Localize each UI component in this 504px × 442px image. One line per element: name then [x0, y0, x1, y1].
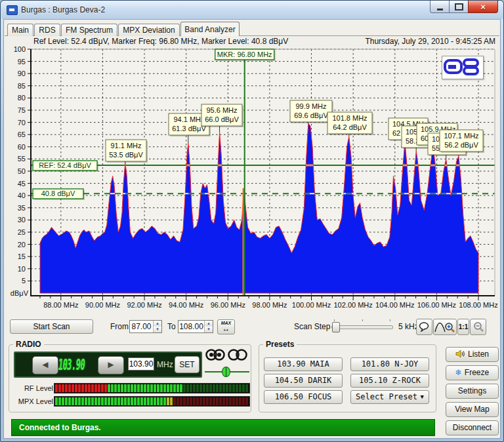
marker-balloon-button[interactable] [416, 319, 432, 335]
spin-down-icon[interactable]: ▼ [154, 327, 161, 332]
scan-step-label: Scan Step [294, 322, 330, 331]
view-map-button[interactable]: View Map [446, 402, 499, 417]
spin-up-icon[interactable]: ▲ [205, 321, 213, 327]
radio-group-label: RADIO [13, 340, 44, 349]
mpx-level-label: MPX Level: [18, 397, 55, 405]
preset-select-dropdown[interactable]: Select Preset ▼ [350, 390, 429, 404]
tab-rds[interactable]: RDS [34, 24, 60, 36]
meter-segment [140, 397, 143, 405]
slider-track[interactable] [331, 325, 393, 329]
meter-segment [88, 384, 91, 392]
meter-segment [98, 384, 100, 392]
preset-button-darik[interactable]: 104.50 DARIK [264, 374, 343, 388]
chart-text: 40 [18, 191, 26, 199]
listen-button[interactable]: Listen [446, 347, 499, 362]
meter-segment [137, 397, 140, 405]
stereo-idle-icon [229, 350, 247, 360]
meter-segment [177, 384, 179, 392]
info-bar: Ref Level: 52.4 dBμV, Marker Freq: 96.80… [5, 37, 499, 47]
start-scan-button[interactable]: Start Scan [10, 319, 93, 334]
spin-up-icon[interactable]: ▲ [154, 321, 161, 327]
close-button[interactable]: × [468, 1, 498, 13]
preset-button-focus[interactable]: 106.50 FOCUS [264, 390, 343, 404]
set-button[interactable]: SET [175, 356, 200, 373]
meter-segment [170, 397, 173, 405]
frequency-input[interactable] [128, 357, 154, 371]
slider-thumb[interactable] [332, 322, 340, 332]
chart-text: 50 [18, 167, 26, 175]
chart-text: 94.00 MHz [169, 301, 203, 309]
tune-up-button[interactable]: ► [98, 356, 124, 374]
freeze-button[interactable]: ❄Freeze [446, 365, 499, 380]
chart-text: 53.5 dBμV [109, 151, 143, 159]
spin-down-icon[interactable]: ▼ [205, 327, 213, 332]
max-range-button[interactable]: MAX ↔ [217, 319, 235, 334]
minimize-button[interactable] [430, 1, 450, 13]
disconnect-button[interactable]: Disconnect [446, 420, 499, 435]
rf-level-meter [54, 383, 250, 393]
meter-segment [173, 397, 176, 405]
volume-thumb[interactable] [222, 367, 230, 377]
meter-segment [196, 397, 199, 405]
meter-segment [193, 397, 196, 405]
preset-button-zrock[interactable]: 105.10 Z-ROCK [350, 374, 429, 388]
chart-text: 104.00 MHz [375, 301, 414, 309]
meter-segment [226, 397, 228, 405]
zoom-out-button[interactable] [470, 319, 486, 335]
settings-button[interactable]: Settings [446, 384, 499, 399]
meter-segment [232, 397, 235, 405]
meter-segment [127, 397, 130, 405]
deva-logo-icon [442, 56, 482, 77]
meter-segment [140, 384, 143, 392]
chart-text: 92.00 MHz [127, 301, 161, 309]
zoom-reset-button[interactable]: 1:1 [457, 319, 469, 335]
band-analyzer-chart[interactable]: 1009590858075706560555045403530252015105… [1, 47, 504, 317]
meter-segment [213, 397, 215, 405]
meter-segment [245, 397, 248, 405]
meter-segment [88, 397, 91, 405]
maximize-button[interactable] [450, 1, 468, 13]
meter-segment [157, 384, 159, 392]
tab-fm-spectrum[interactable]: FM Spectrum [61, 24, 117, 36]
meter-segment [101, 397, 104, 405]
preset-button-njoy[interactable]: 101.80 N-JOY [350, 357, 429, 371]
meter-segment [193, 384, 196, 392]
preset-button-maia[interactable]: 103.90 MAIA [264, 357, 343, 371]
meter-segment [144, 397, 146, 405]
volume-slider[interactable] [205, 367, 249, 377]
meter-segment [114, 397, 117, 405]
to-value: 108.00 [178, 321, 204, 332]
tab-main[interactable]: Main [7, 24, 33, 36]
meter-segment [75, 384, 77, 392]
from-value: 87.00 [130, 321, 153, 332]
from-spinner[interactable]: 87.00 ▲▼ [129, 320, 162, 333]
chart-text: REF: 52.4 dBμV [39, 161, 91, 169]
tab-mpx-deviation[interactable]: MPX Deviation [118, 24, 180, 36]
meter-segment [147, 397, 150, 405]
meter-segment [177, 397, 179, 405]
peak-zoom-button[interactable] [433, 319, 457, 335]
presets-group-label: Presets [263, 340, 297, 349]
tab-band-analyzer[interactable]: Band Analyzer [180, 22, 240, 36]
freeze-label: Freeze [465, 368, 489, 377]
meter-segment [104, 384, 107, 392]
tuner-panel: ◄ 888.88 103.90 ► MHz SET [14, 352, 202, 378]
meter-segment [98, 397, 100, 405]
meter-segment [216, 384, 219, 392]
chart-text: 101.8 MHz [332, 114, 367, 122]
settings-label: Settings [458, 386, 486, 395]
left-arrow-icon: ◄ [41, 359, 51, 370]
meter-segment [121, 397, 123, 405]
scan-step-slider[interactable] [331, 322, 393, 331]
meter-segment [124, 384, 127, 392]
titlebar[interactable]: Burgas : Burgas Deva-2 × [1, 1, 503, 19]
dropdown-arrow-icon: ▼ [421, 391, 424, 403]
disconnect-label: Disconnect [453, 423, 492, 432]
meter-segment [167, 397, 169, 405]
to-spinner[interactable]: 108.00 ▲▼ [178, 320, 213, 333]
chart-text: 107.1 MHz [444, 132, 478, 140]
tune-down-button[interactable]: ◄ [32, 356, 58, 374]
meter-segment [117, 397, 120, 405]
chart-text: 80 [18, 94, 26, 102]
meter-segment [229, 397, 232, 405]
